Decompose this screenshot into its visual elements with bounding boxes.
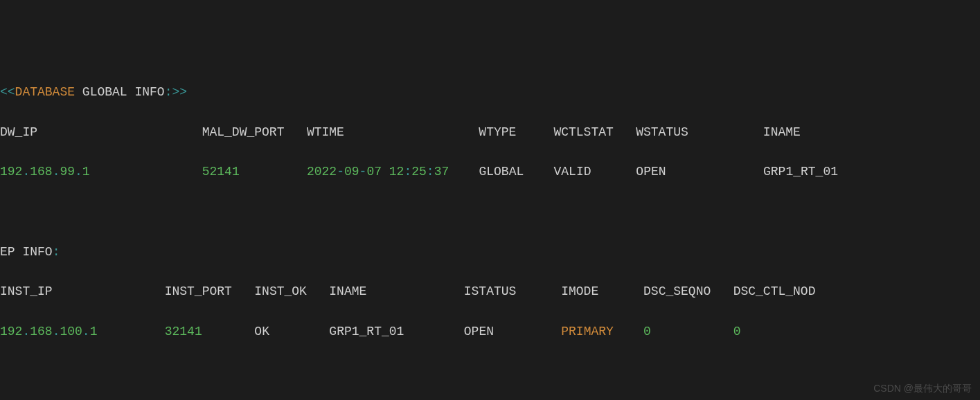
db1-wtime: 2022-09-07 12:25:37: [307, 165, 449, 179]
angle-left-icon: <<: [0, 85, 15, 99]
ep1-val-row: 192.168.100.1 32141 OK GRP1_RT_01 OPEN P…: [0, 322, 980, 342]
watermark-text: CSDN @最伟大的哥哥: [873, 381, 972, 396]
ep1-col-row: INST_IP INST_PORT INST_OK INAME ISTATUS …: [0, 282, 980, 302]
ep1-inst-ip: 192.168.100.1: [0, 325, 97, 338]
ep1-imode: PRIMARY: [561, 325, 614, 338]
angle-right-icon: >>: [172, 85, 187, 99]
db1-dw-ip: 192.168.99.1: [0, 165, 90, 179]
colon-icon: :: [165, 85, 172, 99]
kw-database: DATABASE: [15, 85, 75, 99]
db1-val-row: 192.168.99.1 52141 2022-09-07 12:25:37 G…: [0, 162, 980, 182]
ep1-header: EP INFO:: [0, 242, 980, 262]
terminal-output: <<DATABASE GLOBAL INFO:>> DW_IP MAL_DW_P…: [0, 60, 980, 400]
db1-col-row: DW_IP MAL_DW_PORT WTIME WTYPE WCTLSTAT W…: [0, 122, 980, 143]
db1-mal-dw-port: 52141: [202, 165, 240, 179]
db1-header: <<DATABASE GLOBAL INFO:>>: [0, 82, 980, 102]
